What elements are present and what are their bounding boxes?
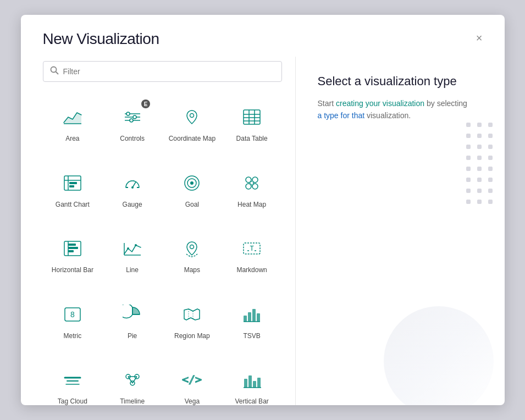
decorative-arc (384, 306, 494, 405)
svg-rect-56 (252, 309, 256, 322)
timeline-icon (119, 367, 146, 393)
vertical-bar-icon (239, 367, 265, 393)
coordinate-map-label: Coordinate Map (169, 135, 215, 143)
svg-rect-11 (244, 110, 260, 124)
region-map-icon (179, 301, 205, 328)
heat-map-label: Heat Map (237, 201, 266, 209)
viz-item-goal[interactable]: Goal (162, 161, 222, 218)
goal-label: Goal (185, 201, 199, 209)
gauge-label: Gauge (123, 201, 142, 209)
gantt-chart-label: Gantt Chart (56, 201, 90, 209)
maps-label: Maps (184, 266, 200, 275)
grid-row-4: 8 Metric (43, 292, 282, 350)
grid-row-3: Horizontal Bar (43, 226, 282, 284)
tsvb-label: TSVB (243, 332, 260, 341)
svg-text:T: T (250, 245, 254, 252)
viz-item-heat-map[interactable]: Heat Map (222, 161, 282, 218)
viz-item-data-table[interactable]: Data Table (222, 95, 282, 152)
right-panel: Select a visualization type Start creati… (296, 57, 505, 405)
horizontal-bar-icon (59, 235, 86, 262)
markdown-icon: T (239, 235, 265, 262)
line-icon (119, 235, 146, 262)
viz-item-timeline[interactable]: Timeline (102, 358, 162, 405)
svg-point-9 (130, 119, 133, 122)
viz-item-tsvb[interactable]: TSVB (222, 292, 282, 350)
svg-point-28 (190, 181, 194, 185)
heat-map-icon (239, 170, 265, 196)
goal-icon (179, 170, 205, 196)
tag-cloud-label: Tag Cloud (58, 397, 87, 405)
line-label: Line (126, 266, 139, 275)
svg-rect-20 (69, 182, 77, 184)
viz-item-line[interactable]: Line (102, 226, 162, 284)
viz-item-area[interactable]: Area (43, 95, 103, 152)
viz-item-horizontal-bar[interactable]: Horizontal Bar (43, 226, 103, 284)
pie-icon (119, 301, 146, 328)
viz-item-pie[interactable]: Pie (102, 292, 162, 350)
pie-label: Pie (128, 332, 137, 341)
viz-item-tag-cloud[interactable]: Tag Cloud (43, 358, 103, 405)
filter-input-wrapper (43, 61, 282, 82)
svg-text:8: 8 (70, 310, 75, 319)
svg-rect-57 (257, 313, 260, 322)
svg-rect-36 (68, 244, 76, 246)
viz-item-coordinate-map[interactable]: Coordinate Map (162, 95, 222, 152)
vertical-bar-label: Vertical Bar (235, 397, 268, 405)
svg-point-10 (190, 114, 194, 118)
viz-item-vertical-bar[interactable]: Vertical Bar (222, 358, 282, 405)
gauge-icon (119, 170, 146, 196)
viz-item-controls[interactable]: E Controls (102, 95, 162, 152)
svg-point-31 (246, 184, 251, 189)
svg-rect-55 (248, 312, 251, 322)
svg-point-29 (246, 177, 251, 183)
svg-point-8 (133, 115, 136, 119)
svg-point-7 (126, 112, 130, 115)
coordinate-map-icon (179, 104, 205, 130)
viz-item-metric[interactable]: 8 Metric (43, 292, 103, 350)
search-icon (50, 66, 59, 77)
region-map-label: Region Map (174, 332, 210, 341)
modal-body: Area (21, 57, 505, 405)
maps-icon (179, 235, 205, 262)
svg-rect-21 (69, 185, 74, 187)
close-button[interactable]: × (472, 30, 487, 46)
viz-item-vega[interactable]: </> Vega (162, 358, 222, 405)
grid-row-1: Area (43, 95, 282, 152)
svg-point-0 (51, 67, 56, 73)
vega-label: Vega (185, 397, 200, 405)
grid-row-5: Tag Cloud (43, 358, 282, 405)
modal-header: New Visualization × (21, 15, 505, 57)
viz-item-gantt-chart[interactable]: Gantt Chart (43, 161, 103, 218)
metric-label: Metric (64, 332, 82, 341)
viz-item-maps[interactable]: Maps (162, 226, 222, 284)
visualization-grid: Area (21, 91, 295, 405)
vega-icon: </> (179, 367, 205, 393)
area-label: Area (65, 135, 79, 143)
controls-icon (119, 104, 146, 130)
filter-area (21, 57, 295, 91)
svg-line-1 (56, 72, 58, 75)
controls-badge: E (141, 100, 150, 108)
svg-rect-71 (253, 381, 256, 388)
svg-point-42 (135, 244, 137, 246)
viz-item-gauge[interactable]: Gauge (102, 161, 162, 218)
right-panel-description: Start creating your visualization by sel… (318, 97, 472, 122)
left-panel: Area (21, 57, 296, 405)
svg-point-23 (131, 186, 134, 189)
desc-blue-1: a type for that (318, 111, 365, 120)
svg-rect-37 (68, 247, 78, 249)
svg-marker-2 (64, 113, 81, 124)
tag-cloud-icon (59, 367, 86, 393)
controls-label: Controls (120, 135, 145, 143)
viz-item-region-map[interactable]: Region Map (162, 292, 222, 350)
filter-input[interactable] (63, 67, 275, 76)
area-icon (59, 104, 86, 130)
timeline-label: Timeline (120, 397, 145, 405)
svg-text:</>: </> (182, 373, 202, 386)
viz-item-markdown[interactable]: T Markdown (222, 226, 282, 284)
svg-point-43 (190, 245, 194, 249)
tsvb-icon (239, 301, 265, 328)
data-table-label: Data Table (236, 135, 268, 143)
modal-overlay: New Visualization × (0, 0, 525, 420)
markdown-label: Markdown (236, 266, 267, 275)
